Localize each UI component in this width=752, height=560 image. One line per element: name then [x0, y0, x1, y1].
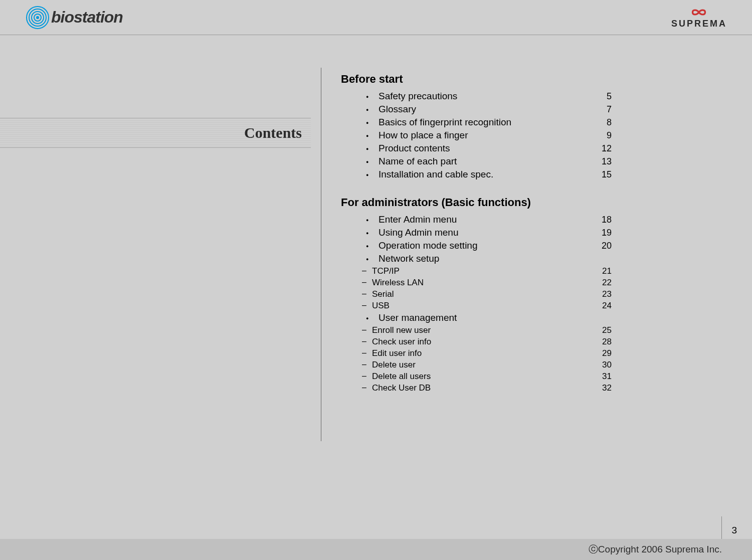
toc-sub-item: Check user info28 — [372, 337, 612, 347]
toc-item-page: 5 — [592, 91, 612, 102]
fingerprint-icon — [25, 5, 50, 30]
toc-sub-item: Enroll new user25 — [372, 325, 612, 335]
toc-item-page: 7 — [592, 104, 612, 115]
section-heading: Before start — [341, 73, 612, 86]
toc-sub-label: USB — [372, 301, 592, 311]
infinity-icon — [686, 6, 711, 19]
toc-sub-label: Check user info — [372, 337, 592, 347]
toc-sub-page: 24 — [592, 301, 612, 311]
toc-item-label: Enter Admin menu — [379, 214, 592, 225]
toc-sub-label: Edit user info — [372, 348, 592, 358]
toc-sub-page: 28 — [592, 337, 612, 347]
toc-item-page: 12 — [592, 143, 612, 154]
logo-biostation: biostation — [25, 5, 123, 30]
toc-item-label: Safety precautions — [379, 91, 592, 102]
toc-item-label: User management — [379, 312, 592, 323]
toc-item: Safety precautions5 — [379, 91, 612, 102]
toc-item-label: Product contents — [379, 143, 592, 154]
toc-item: Glossary7 — [379, 104, 612, 115]
toc-sub-item: Delete all users31 — [372, 371, 612, 382]
toc-sub-list: Enroll new user25 Check user info28 Edit… — [341, 325, 612, 393]
toc-item: How to place a finger9 — [379, 130, 612, 141]
toc-sub-label: Delete user — [372, 360, 592, 370]
toc-sub-page: 23 — [592, 289, 612, 299]
toc-sub-page: 21 — [592, 266, 612, 276]
toc-sub-page: 31 — [592, 371, 612, 382]
toc-sub-page: 30 — [592, 360, 612, 370]
toc-sub-page: 32 — [592, 383, 612, 393]
toc-item-label: How to place a finger — [379, 130, 592, 141]
toc-item: Installation and cable spec.15 — [379, 169, 612, 180]
toc-item: Basics of fingerprint recognition8 — [379, 117, 612, 128]
toc-item: Network setup — [379, 253, 612, 264]
toc-item: Using Admin menu19 — [379, 227, 612, 238]
toc-sub-label: Wireless LAN — [372, 278, 592, 288]
logo-biostation-text: biostation — [51, 8, 123, 27]
toc-sub-label: Serial — [372, 289, 592, 299]
toc-item-page: 8 — [592, 117, 612, 128]
toc-item-page: 19 — [592, 228, 612, 238]
toc-sub-item: TCP/IP21 — [372, 266, 612, 276]
logo-suprema: SUPREMA — [671, 6, 727, 29]
toc-item: Operation mode setting20 — [379, 240, 612, 251]
toc-sub-page: 29 — [592, 348, 612, 358]
toc-list: User management — [341, 312, 612, 323]
toc-list: Safety precautions5 Glossary7 Basics of … — [341, 91, 612, 180]
section-heading: For administrators (Basic functions) — [341, 196, 612, 209]
toc-item-label: Glossary — [379, 104, 592, 115]
toc-sub-label: Delete all users — [372, 371, 592, 382]
toc-sub-list: TCP/IP21 Wireless LAN22 Serial23 USB24 — [341, 266, 612, 311]
copyright-text: ⓒCopyright 2006 Suprema Inc. — [589, 543, 722, 556]
toc-sub-item: Serial23 — [372, 289, 612, 299]
toc-item-label: Operation mode setting — [379, 240, 592, 251]
page-number-divider — [721, 516, 722, 539]
vertical-divider — [321, 68, 321, 441]
toc-sub-item: Delete user30 — [372, 360, 612, 370]
toc-sub-item: Check User DB32 — [372, 383, 612, 393]
toc-column: Before start Safety precautions5 Glossar… — [341, 73, 612, 395]
content-area: Contents Before start Safety precautions… — [0, 35, 752, 70]
toc-sub-item: Wireless LAN22 — [372, 278, 612, 288]
contents-title: Contents — [244, 124, 302, 141]
toc-item-page: 13 — [592, 156, 612, 167]
toc-item: User management — [379, 312, 612, 323]
toc-list: Enter Admin menu18 Using Admin menu19 Op… — [341, 214, 612, 264]
toc-sub-item: Edit user info29 — [372, 348, 612, 358]
page-header: biostation SUPREMA — [0, 0, 752, 35]
toc-sub-label: Enroll new user — [372, 325, 592, 335]
toc-sub-label: TCP/IP — [372, 266, 592, 276]
toc-sub-page: 22 — [592, 278, 612, 288]
page-number: 3 — [731, 525, 737, 536]
page-footer: ⓒCopyright 2006 Suprema Inc. — [0, 539, 752, 560]
toc-item-page: 18 — [592, 215, 612, 225]
toc-item-label: Basics of fingerprint recognition — [379, 117, 592, 128]
toc-item: Product contents12 — [379, 143, 612, 154]
toc-sub-label: Check User DB — [372, 383, 592, 393]
toc-item-label: Installation and cable spec. — [379, 169, 592, 180]
contents-banner: Contents — [0, 118, 311, 148]
toc-item-label: Name of each part — [379, 156, 592, 167]
toc-sub-item: USB24 — [372, 301, 612, 311]
toc-item-label: Using Admin menu — [379, 227, 592, 238]
toc-item-page: 20 — [592, 241, 612, 251]
toc-item-page: 15 — [592, 169, 612, 180]
toc-item-label: Network setup — [379, 253, 592, 264]
logo-suprema-text: SUPREMA — [671, 19, 727, 29]
toc-item: Enter Admin menu18 — [379, 214, 612, 225]
svg-point-4 — [36, 16, 39, 19]
toc-item: Name of each part13 — [379, 156, 612, 167]
toc-sub-page: 25 — [592, 325, 612, 335]
toc-item-page: 9 — [592, 130, 612, 141]
